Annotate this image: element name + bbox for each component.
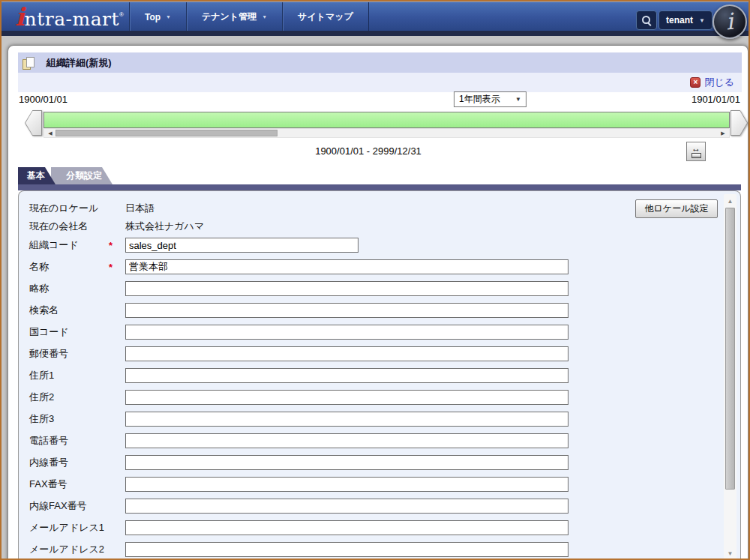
form-row-field xyxy=(125,520,568,535)
field-search-name[interactable] xyxy=(125,303,568,318)
timeline-scroll-right-button[interactable] xyxy=(730,110,748,136)
form-row-field: 株式会社ナガハマ xyxy=(125,220,204,233)
field-extension-fax[interactable] xyxy=(125,499,568,514)
form-row-name: 名称 * xyxy=(29,259,614,274)
form-row-field xyxy=(125,259,568,274)
form-row-field xyxy=(125,325,568,340)
field-postal-code[interactable] xyxy=(125,346,568,361)
field-short-name[interactable] xyxy=(125,281,568,296)
scrollbar-right-arrow-icon[interactable]: ▶ xyxy=(718,129,728,137)
organization-form: 現在のロケール 日本語 現在の会社名 株式会社ナガハマ 組織コード * 名称 *… xyxy=(29,202,614,560)
display-range-select[interactable]: 1年間表示 ▼ xyxy=(454,91,526,107)
form-row-field xyxy=(125,477,568,492)
scrollbar-left-arrow-icon[interactable]: ◀ xyxy=(46,129,55,137)
form-row-phone: 電話番号 xyxy=(29,433,614,448)
form-row-label: 電話番号 xyxy=(29,434,109,448)
form-row-label: 住所3 xyxy=(29,412,109,426)
field-address1[interactable] xyxy=(125,368,568,383)
chevron-down-icon: ▼ xyxy=(262,14,267,19)
field-name[interactable] xyxy=(125,259,568,274)
form-row-fax: FAX番号 xyxy=(29,477,614,492)
scrollbar-up-arrow-icon[interactable]: ▲ xyxy=(724,196,736,206)
menu-top-label: Top xyxy=(145,12,160,22)
tab-category-settings-label: 分類設定 xyxy=(66,169,102,182)
field-country-code[interactable] xyxy=(125,325,568,340)
form-row-field xyxy=(125,346,568,361)
menu-tenant-admin[interactable]: テナント管理 ▼ xyxy=(186,2,282,31)
horizontal-scrollbar-thumb[interactable] xyxy=(56,130,278,136)
form-row-current-locale: 現在のロケール 日本語 xyxy=(29,202,614,215)
form-row-address2: 住所2 xyxy=(29,390,614,405)
field-org-code[interactable] xyxy=(125,238,358,253)
tab-underline-bar xyxy=(18,184,741,190)
form-row-field: 日本語 xyxy=(125,202,154,215)
form-row-label: 郵便番号 xyxy=(29,347,109,361)
close-label: 閉じる xyxy=(704,76,734,89)
panel-vertical-scrollbar[interactable]: ▲ ▼ xyxy=(724,194,736,560)
content-window: 組織詳細(新規) × 閉じる 1900/01/01 1年間表示 ▼ 1901/0… xyxy=(8,45,748,560)
form-row-label: 名称 xyxy=(29,260,109,274)
registered-mark: ® xyxy=(119,11,124,18)
toolbar-row: × 閉じる xyxy=(18,73,742,92)
form-row-label: 組織コード xyxy=(29,238,109,252)
timeline-scroll-left-button[interactable] xyxy=(25,110,42,136)
fit-width-button[interactable]: ↔ xyxy=(686,142,706,161)
tab-basic[interactable]: 基本 xyxy=(18,167,56,184)
search-icon xyxy=(641,15,652,25)
field-email1[interactable] xyxy=(125,520,568,535)
form-row-field xyxy=(125,433,568,448)
form-row-label: 現在のロケール xyxy=(29,202,109,215)
form-row-email2: メールアドレス2 xyxy=(29,542,614,557)
intra-mart-logo[interactable]: intra-mart® xyxy=(15,4,124,32)
form-row-label: 内線FAX番号 xyxy=(29,499,109,513)
chevron-down-icon: ▼ xyxy=(166,14,171,19)
form-row-label: 略称 xyxy=(29,282,109,295)
form-row-current-company: 現在の会社名 株式会社ナガハマ xyxy=(29,220,614,233)
form-row-field xyxy=(125,412,568,427)
page-title: 組織詳細(新規) xyxy=(46,56,112,70)
form-row-address1: 住所1 xyxy=(29,368,614,383)
tab-category-settings[interactable]: 分類設定 xyxy=(51,167,112,184)
logo-initial: i xyxy=(15,4,25,31)
form-row-short-name: 略称 xyxy=(29,281,614,296)
menu-top[interactable]: Top ▼ xyxy=(129,2,186,31)
required-asterisk: * xyxy=(109,262,125,273)
form-row-field xyxy=(125,542,568,557)
search-button[interactable] xyxy=(636,10,657,30)
menu-sitemap[interactable]: サイトマップ xyxy=(282,2,369,31)
i-glyph: i xyxy=(725,10,735,34)
form-row-postal-code: 郵便番号 xyxy=(29,346,614,361)
scrollbar-down-arrow-icon[interactable]: ▼ xyxy=(724,548,736,559)
field-address3[interactable] xyxy=(125,412,568,427)
vertical-scrollbar-thumb[interactable] xyxy=(725,208,735,490)
timeline-range-text: 1900/01/01 - 2999/12/31 xyxy=(241,145,496,157)
form-row-label: 検索名 xyxy=(29,304,109,317)
form-row-address3: 住所3 xyxy=(29,412,614,427)
field-email2[interactable] xyxy=(125,542,568,557)
form-row-field xyxy=(125,238,358,253)
close-button[interactable]: × 閉じる xyxy=(690,76,734,89)
field-extension[interactable] xyxy=(125,455,568,470)
menu-tenant-admin-label: テナント管理 xyxy=(202,10,256,23)
form-row-label: 現在の会社名 xyxy=(29,220,109,233)
logo-text: ntra-mart xyxy=(25,8,120,30)
menu-sitemap-label: サイトマップ xyxy=(298,10,353,23)
intra-mart-corner-logo[interactable]: i xyxy=(712,4,747,39)
tab-basic-label: 基本 xyxy=(27,169,45,182)
form-row-label: 住所2 xyxy=(29,391,109,404)
field-phone[interactable] xyxy=(125,433,568,448)
timeline-horizontal-scrollbar[interactable]: ◀ ▶ xyxy=(44,128,730,138)
form-row-search-name: 検索名 xyxy=(29,303,614,318)
tenant-dropdown[interactable]: tenant ▼ xyxy=(658,10,712,30)
field-address2[interactable] xyxy=(125,390,568,405)
chevron-down-icon: ▼ xyxy=(515,96,521,103)
field-fax[interactable] xyxy=(125,477,568,492)
timeline-period-bar[interactable] xyxy=(44,112,730,128)
form-row-field xyxy=(125,303,568,318)
close-icon: × xyxy=(690,77,700,88)
form-row-org-code: 組織コード * xyxy=(29,238,614,253)
top-navigation-bar: intra-mart® Top ▼ テナント管理 ▼ サイトマップ tenant… xyxy=(2,1,748,36)
other-locale-settings-button[interactable]: 他ロケール設定 xyxy=(635,199,718,218)
tab-strip: 基本 分類設定 xyxy=(18,167,112,184)
form-row-label: FAX番号 xyxy=(29,478,109,491)
